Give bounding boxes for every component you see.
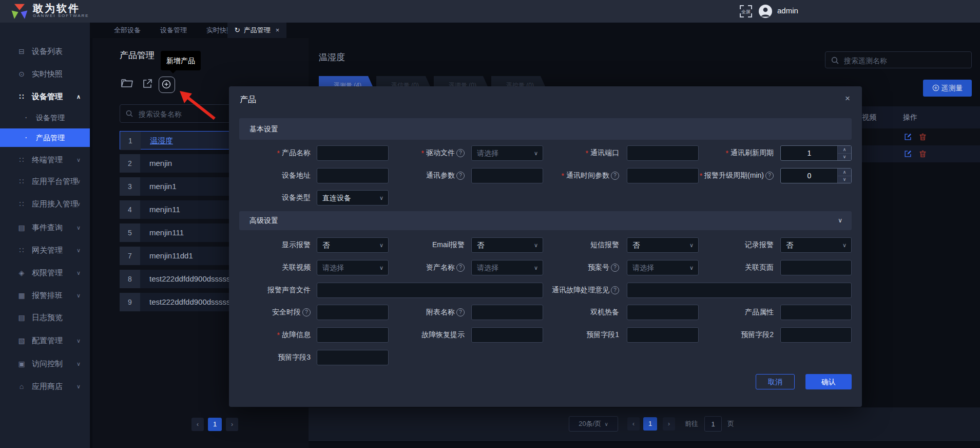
username[interactable]: admin <box>777 6 798 15</box>
help-icon[interactable]: ? <box>456 172 465 180</box>
show-alarm-select[interactable]: 否∨ <box>317 237 389 253</box>
fullscreen-button[interactable]: 全屏 <box>740 5 752 17</box>
chevron-down-icon: ∨ <box>379 191 383 205</box>
field-label: 报警升级周期(min)? <box>688 168 774 183</box>
help-icon[interactable]: ? <box>765 172 774 180</box>
tab-all-devices[interactable]: 全部设备 <box>104 23 150 38</box>
record-alarm-select[interactable]: 否∨ <box>780 237 852 253</box>
tab-product-mgmt[interactable]: ↻产品管理× <box>227 23 286 38</box>
linked-video-select[interactable]: 请选择∨ <box>317 260 389 275</box>
section-advanced-settings[interactable]: 高级设置∨ <box>239 211 852 230</box>
sidebar-item-app-access-mgmt[interactable]: ∷应用接入管理∨ <box>0 195 90 213</box>
tab-bar: 全部设备 设备管理 实时快照 ↻产品管理× <box>90 23 980 38</box>
sidebar-item-product-mgmt-sub[interactable]: ·产品管理 <box>0 128 90 147</box>
device-type-select[interactable]: 直连设备∨ <box>317 190 389 206</box>
help-icon[interactable]: ? <box>456 308 465 316</box>
fault-info-input[interactable] <box>317 327 389 343</box>
alarm-upgrade-stepper[interactable]: 0 ∧∨ <box>780 168 852 183</box>
monitor-icon: ⊟ <box>16 42 27 61</box>
modal-title: 产品 <box>240 95 256 105</box>
sidebar-item-device-mgmt[interactable]: ∷设备管理∧ <box>0 87 90 106</box>
fault-recovery-input[interactable] <box>471 327 543 343</box>
chevron-down-icon: ∨ <box>76 354 81 373</box>
edit-icon[interactable] <box>904 133 912 141</box>
sidebar-item-device-list[interactable]: ⊟设备列表 <box>0 42 90 61</box>
sidebar-item-event-query[interactable]: ▤事件查询∨ <box>0 218 90 237</box>
goto-page-input[interactable] <box>704 416 722 432</box>
sidebar-item-access-control[interactable]: ▣访问控制∨ <box>0 354 90 373</box>
cancel-button[interactable]: 取消 <box>756 374 795 389</box>
export-icon[interactable] <box>142 78 153 89</box>
sidebar-item-gateway-mgmt[interactable]: ∷网关管理∨ <box>0 241 90 259</box>
product-attr-input[interactable] <box>780 305 852 320</box>
user-avatar[interactable] <box>759 5 772 18</box>
reserved2-input[interactable] <box>780 327 852 343</box>
tab-close-icon[interactable]: × <box>276 26 280 34</box>
telemetry-search-input[interactable] <box>843 53 968 68</box>
close-icon[interactable]: × <box>842 94 853 104</box>
reserved3-input[interactable] <box>317 350 389 365</box>
tab-device-mgmt[interactable]: 设备管理 <box>150 23 197 38</box>
sidebar-item-device-mgmt-sub[interactable]: ·设备管理 <box>0 108 90 127</box>
step-down-icon[interactable]: ∨ <box>838 153 851 160</box>
sidebar-item-app-store[interactable]: ⌂应用商店∨ <box>0 377 90 396</box>
field-label: 驱动文件? <box>393 145 465 161</box>
sidebar-item-alarm-schedule[interactable]: ▦报警排班∨ <box>0 286 90 305</box>
step-up-icon[interactable]: ∧ <box>838 146 851 154</box>
step-up-icon[interactable]: ∧ <box>838 169 851 176</box>
email-alarm-select[interactable]: 否∨ <box>471 237 543 253</box>
help-icon[interactable]: ? <box>611 286 619 294</box>
confirm-button[interactable]: 确认 <box>805 374 852 389</box>
grid-icon: ∷ <box>16 241 27 259</box>
sidebar-item-log-preview[interactable]: ▤日志预览 <box>0 308 90 327</box>
current-page[interactable]: 1 <box>208 418 222 431</box>
sidebar-item-realtime-snapshot[interactable]: ⊙实时快照 <box>0 65 90 83</box>
comm-fault-opinion-input[interactable] <box>627 283 852 298</box>
add-telemetry-button[interactable]: 遥测量 <box>923 80 972 97</box>
linked-page-input[interactable] <box>780 260 852 275</box>
field-label: 双机热备 <box>537 305 619 320</box>
help-icon[interactable]: ? <box>456 149 465 157</box>
alarm-sound-input[interactable] <box>317 283 543 298</box>
attach-table-input[interactable] <box>471 305 543 320</box>
search-icon <box>125 109 133 118</box>
prev-page-button[interactable]: ‹ <box>191 418 204 431</box>
add-product-button[interactable] <box>159 77 175 93</box>
delete-icon[interactable] <box>919 133 927 141</box>
field-label: 显示报警 <box>239 237 311 253</box>
help-icon[interactable]: ? <box>611 264 619 272</box>
field-label: 产品名称 <box>239 145 311 161</box>
sidebar-item-config-mgmt[interactable]: ▧配置管理∨ <box>0 331 90 350</box>
sidebar-item-permission-mgmt[interactable]: ◈权限管理∨ <box>0 264 90 282</box>
prev-page-button[interactable]: ‹ <box>627 417 640 431</box>
chevron-down-icon: ∨ <box>842 238 847 252</box>
asset-name-select[interactable]: 请选择∨ <box>471 260 543 275</box>
sidebar-item-terminal-mgmt[interactable]: ∷终端管理∨ <box>0 151 90 169</box>
next-page-button[interactable]: › <box>663 417 675 431</box>
product-name-input[interactable] <box>317 145 389 161</box>
edit-icon[interactable] <box>904 150 912 158</box>
delete-icon[interactable] <box>919 150 927 158</box>
section-basic-settings: 基本设置 <box>239 118 852 140</box>
help-icon[interactable]: ? <box>456 264 465 272</box>
safe-period-input[interactable] <box>317 305 389 320</box>
comm-params-input[interactable] <box>471 168 543 183</box>
sidebar-item-app-platform-mgmt[interactable]: ∷应用平台管理∨ <box>0 172 90 191</box>
next-page-button[interactable]: › <box>226 418 238 431</box>
help-icon[interactable]: ? <box>611 172 619 180</box>
add-product-tooltip: 新增产品 <box>161 51 201 70</box>
field-label: 设备类型 <box>239 190 311 206</box>
store-icon: ⌂ <box>16 377 27 396</box>
chevron-down-icon: ∨ <box>76 195 81 213</box>
comm-refresh-stepper[interactable]: 1 ∧∨ <box>780 145 852 161</box>
field-label: 关联页面 <box>688 260 774 275</box>
help-icon[interactable]: ? <box>302 308 311 316</box>
field-label: 预留字段1 <box>537 327 619 343</box>
driver-file-select[interactable]: 请选择∨ <box>471 145 543 161</box>
device-addr-input[interactable] <box>317 168 389 183</box>
page-size-select[interactable]: 20条/页∨ <box>569 416 618 432</box>
refresh-icon[interactable]: ↻ <box>235 26 240 34</box>
folder-icon[interactable] <box>121 78 133 88</box>
step-down-icon[interactable]: ∨ <box>838 176 851 183</box>
current-page[interactable]: 1 <box>643 417 657 431</box>
